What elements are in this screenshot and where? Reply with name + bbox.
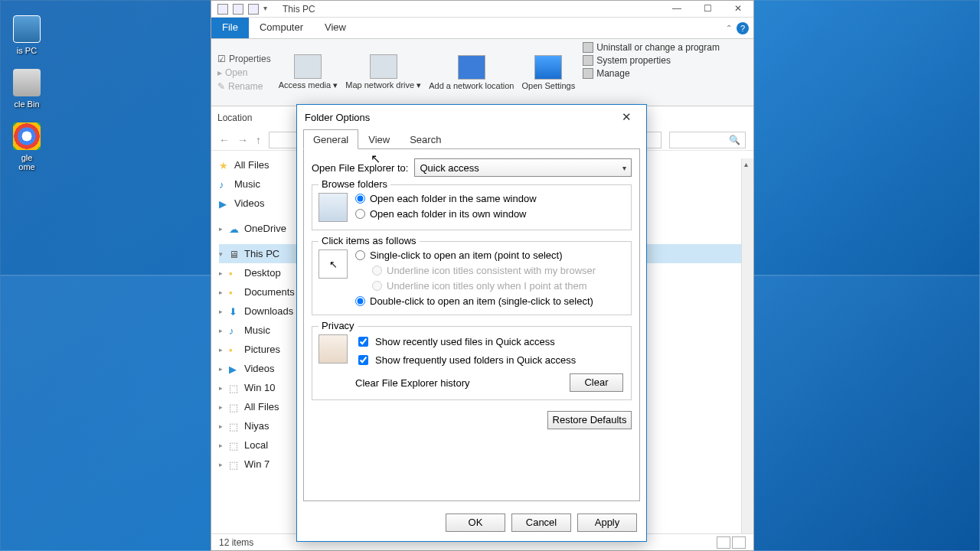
tab-search[interactable]: Search xyxy=(400,129,451,149)
up-button[interactable]: ↑ xyxy=(256,134,261,146)
radio-double-click[interactable]: Double-click to open an item (single-cli… xyxy=(355,295,623,307)
checkbox-recent-files[interactable]: Show recently used files in Quick access xyxy=(355,334,623,349)
dialog-title: Folder Options xyxy=(305,112,370,123)
video-icon: ▶ xyxy=(219,198,230,209)
restore-defaults-button[interactable]: Restore Defaults xyxy=(547,411,632,429)
drive-icon xyxy=(370,54,397,79)
chrome-icon xyxy=(13,122,41,150)
ribbon-rename[interactable]: ✎ Rename xyxy=(217,81,271,92)
radio-underline-browser: Underline icon titles consistent with my… xyxy=(372,265,623,276)
tab-file[interactable]: File xyxy=(211,18,249,38)
collapse-ribbon-icon[interactable]: ⌃ xyxy=(726,24,732,32)
music-icon: ♪ xyxy=(229,325,240,336)
drive-icon: ⬚ xyxy=(229,402,240,412)
click-items-group: Click items as follows ↖ Single-click to… xyxy=(312,241,632,315)
close-button[interactable]: ✕ xyxy=(614,110,639,124)
ribbon-manage[interactable]: Manage xyxy=(583,68,720,79)
ribbon-map-drive[interactable]: Map network drive ▾ xyxy=(345,42,421,103)
icon-label: cle Bin xyxy=(14,99,39,109)
media-icon xyxy=(294,54,322,79)
qat-icon[interactable] xyxy=(233,4,243,15)
clock-icon xyxy=(318,334,348,364)
video-icon: ▶ xyxy=(229,364,240,374)
drive-icon: ⬚ xyxy=(229,421,240,432)
ribbon-open-settings[interactable]: Open Settings xyxy=(521,42,575,103)
titlebar: ▾ This PC — ☐ ✕ xyxy=(211,1,753,18)
tab-computer[interactable]: Computer xyxy=(249,18,314,38)
star-icon: ★ xyxy=(219,160,230,171)
drive-icon: ⬚ xyxy=(229,440,240,451)
gear-icon xyxy=(534,55,562,80)
view-details-button[interactable] xyxy=(717,536,730,549)
group-legend: Privacy xyxy=(318,320,358,331)
close-button[interactable]: ✕ xyxy=(723,2,753,17)
window-title: This PC xyxy=(283,4,315,15)
desktop-icon-chrome[interactable]: gle ome xyxy=(0,122,54,171)
clear-button[interactable]: Clear xyxy=(570,373,623,392)
desktop-icon-recycle-bin[interactable]: cle Bin xyxy=(0,69,54,109)
radio-underline-point: Underline icon titles only when I point … xyxy=(372,280,623,292)
sysprops-icon xyxy=(583,55,593,66)
ribbon-tabs: File Computer View ⌃ ? xyxy=(211,18,753,39)
tab-view[interactable]: View xyxy=(358,129,400,149)
group-legend: Click items as follows xyxy=(318,235,420,246)
status-text: 12 items xyxy=(219,537,253,548)
back-button[interactable]: ← xyxy=(219,134,230,146)
ribbon-access-media[interactable]: Access media ▾ xyxy=(279,42,338,103)
desktop-icons: is PC cle Bin gle ome xyxy=(0,15,54,185)
ribbon-properties[interactable]: ☑ Properties xyxy=(217,54,271,64)
maximize-button[interactable]: ☐ xyxy=(692,2,723,17)
music-icon: ♪ xyxy=(219,179,230,190)
dialog-titlebar: Folder Options ✕ xyxy=(297,105,646,129)
help-icon[interactable]: ? xyxy=(737,22,749,34)
location-icon xyxy=(458,55,485,80)
qat-icon[interactable] xyxy=(248,4,259,15)
pc-icon xyxy=(13,15,41,43)
bin-icon xyxy=(13,69,41,96)
radio-own-window[interactable]: Open each folder in its own window xyxy=(355,208,623,220)
open-to-select[interactable]: Quick access xyxy=(414,158,632,177)
tab-view[interactable]: View xyxy=(314,18,357,38)
browse-folders-group: Browse folders Open each folder in the s… xyxy=(312,184,632,230)
radio-same-window[interactable]: Open each folder in the same window xyxy=(355,193,623,204)
desktop-icon-this-pc[interactable]: is PC xyxy=(0,15,54,55)
qat-icon[interactable] xyxy=(217,4,228,15)
checkbox-frequent-folders[interactable]: Show frequently used folders in Quick ac… xyxy=(355,353,623,367)
tab-general[interactable]: General xyxy=(303,129,358,149)
icon-label: is PC xyxy=(17,46,37,55)
cancel-button[interactable]: Cancel xyxy=(511,514,571,532)
radio-single-click[interactable]: Single-click to open an item (point to s… xyxy=(355,249,623,261)
browse-icon xyxy=(318,193,348,222)
group-legend: Browse folders xyxy=(318,178,390,190)
cloud-icon: ☁ xyxy=(229,223,240,234)
folder-icon: ▪ xyxy=(229,287,240,298)
search-input[interactable]: 🔍 xyxy=(669,132,746,148)
ok-button[interactable]: OK xyxy=(446,514,505,532)
clear-history-label: Clear File Explorer history xyxy=(355,377,470,389)
scrollbar[interactable] xyxy=(741,158,753,533)
qat-dropdown-icon[interactable]: ▾ xyxy=(263,4,267,15)
manage-icon xyxy=(583,68,593,79)
minimize-button[interactable]: — xyxy=(662,2,692,17)
drive-icon: ⬚ xyxy=(229,383,240,393)
folder-options-dialog: Folder Options ✕ General View Search Ope… xyxy=(296,104,647,542)
cursor-icon: ↖ xyxy=(318,249,348,279)
dialog-tabs: General View Search xyxy=(297,129,646,149)
select-value: Quick access xyxy=(420,162,479,174)
uninstall-icon xyxy=(583,42,593,53)
icon-label: ome xyxy=(18,162,34,171)
ribbon-system-properties[interactable]: System properties xyxy=(583,55,720,66)
pictures-icon: ▪ xyxy=(229,344,240,355)
ribbon-open[interactable]: ▸ Open xyxy=(217,67,271,78)
dialog-buttons: OK Cancel Apply xyxy=(297,507,646,541)
download-icon: ⬇ xyxy=(229,306,240,317)
ribbon-add-location[interactable]: Add a network location xyxy=(429,42,514,103)
ribbon: ☑ Properties ▸ Open ✎ Rename Access medi… xyxy=(211,39,753,106)
forward-button[interactable]: → xyxy=(237,134,248,146)
ribbon-uninstall[interactable]: Uninstall or change a program xyxy=(583,42,720,53)
apply-button[interactable]: Apply xyxy=(577,514,637,532)
view-large-button[interactable] xyxy=(732,536,746,549)
location-group-label: Location xyxy=(217,112,252,123)
open-to-label: Open File Explorer to: xyxy=(312,162,408,174)
folder-icon: ▪ xyxy=(229,268,240,279)
